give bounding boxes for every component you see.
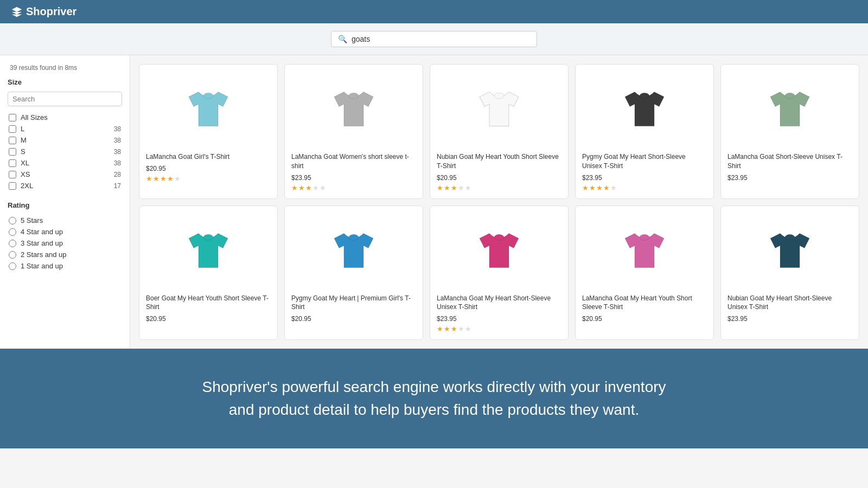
- star: ★: [596, 184, 603, 192]
- star: ★: [610, 184, 617, 192]
- rating-section: Rating 5 Stars 4 Star and up 3 Star and …: [8, 201, 122, 272]
- product-image: [727, 213, 852, 288]
- size-checkbox-xs[interactable]: [9, 171, 16, 178]
- sidebar: 39 results found in 8ms Size All Sizes L…: [0, 55, 130, 349]
- size-checkbox-s[interactable]: [9, 148, 16, 156]
- product-card[interactable]: Nubian Goat My Heart Short-Sleeve Unisex…: [720, 206, 859, 341]
- star: ★: [444, 184, 451, 192]
- star: ★: [146, 175, 153, 183]
- product-price: $23.95: [582, 174, 707, 182]
- product-price: $20.95: [291, 315, 416, 323]
- star: ★: [437, 184, 444, 192]
- product-image: [727, 71, 852, 147]
- rating-radio[interactable]: [9, 262, 16, 270]
- product-name: LaMancha Goat Short-Sleeve Unisex T-Shir…: [727, 152, 852, 171]
- header: Shopriver: [0, 0, 868, 23]
- search-input[interactable]: [352, 35, 530, 43]
- rating-item[interactable]: 5 Stars: [8, 215, 122, 226]
- size-count: 17: [114, 182, 121, 190]
- rating-section-title: Rating: [8, 201, 122, 209]
- svg-point-1: [349, 93, 359, 99]
- star: ★: [160, 175, 167, 183]
- product-card[interactable]: LaMancha Goat Women's short sleeve t-shi…: [284, 64, 423, 199]
- size-checkbox-xl[interactable]: [9, 159, 16, 167]
- product-stars: ★★★★★: [437, 184, 561, 192]
- product-image: [582, 213, 707, 288]
- star: ★: [320, 184, 327, 192]
- size-label: XS: [21, 170, 30, 178]
- product-name: Boer Goat My Heart Youth Short Sleeve T-…: [146, 294, 271, 312]
- size-checkbox-2xl[interactable]: [9, 182, 16, 190]
- product-card[interactable]: Pygmy Goat My Heart Short-Sleeve Unisex …: [575, 64, 714, 199]
- size-item: M 38: [8, 134, 122, 146]
- size-section-title: Size: [8, 78, 122, 86]
- svg-point-5: [203, 234, 213, 240]
- product-image: [291, 213, 416, 288]
- size-item: All Sizes: [8, 112, 122, 123]
- rating-label: 2 Stars and up: [21, 251, 67, 259]
- size-checkbox-l[interactable]: [9, 125, 16, 133]
- star: ★: [465, 184, 472, 192]
- product-image: [146, 213, 271, 288]
- rating-radio[interactable]: [9, 217, 16, 224]
- svg-point-8: [640, 234, 649, 240]
- star: ★: [312, 184, 320, 192]
- product-price: $20.95: [146, 165, 271, 172]
- product-card[interactable]: LaMancha Goat Short-Sleeve Unisex T-Shir…: [720, 64, 859, 199]
- rating-label: 4 Star and up: [21, 228, 63, 236]
- svg-point-7: [494, 234, 504, 240]
- size-checkbox-m[interactable]: [9, 137, 16, 144]
- size-item-left: XL: [9, 159, 29, 167]
- footer-banner: Shopriver's powerful search engine works…: [0, 349, 868, 448]
- product-card[interactable]: LaMancha Goat My Heart Short-Sleeve Unis…: [430, 206, 569, 341]
- product-price: $23.95: [727, 315, 852, 323]
- product-stars: ★★★★★: [437, 325, 561, 333]
- star: ★: [153, 175, 160, 183]
- product-price: $20.95: [582, 315, 707, 323]
- logo-text: Shopriver: [26, 5, 76, 18]
- svg-point-4: [785, 93, 795, 99]
- size-item-left: 2XL: [9, 182, 33, 190]
- star: ★: [444, 325, 451, 333]
- star: ★: [458, 325, 465, 333]
- rating-item[interactable]: 4 Star and up: [8, 226, 122, 237]
- star: ★: [291, 184, 298, 192]
- rating-label: 3 Star and up: [21, 239, 63, 247]
- product-card[interactable]: Pygmy Goat My Heart | Premium Girl's T-S…: [284, 206, 423, 341]
- rating-radio[interactable]: [9, 240, 16, 247]
- product-price: $23.95: [291, 174, 416, 182]
- size-search-input[interactable]: [12, 95, 117, 103]
- product-card[interactable]: LaMancha Goat My Heart Youth Short Sleev…: [575, 206, 714, 341]
- rating-list: 5 Stars 4 Star and up 3 Star and up 2 St…: [8, 215, 122, 272]
- svg-point-0: [203, 93, 213, 99]
- size-label: 2XL: [21, 182, 33, 190]
- size-label: L: [21, 125, 24, 133]
- star: ★: [437, 325, 444, 333]
- product-name: Nubian Goat My Heart Youth Short Sleeve …: [437, 152, 561, 171]
- product-card[interactable]: Nubian Goat My Heart Youth Short Sleeve …: [430, 64, 569, 199]
- product-image: [437, 213, 561, 288]
- size-list: All Sizes L 38 M 38 S 38 XL 38 XS 28: [8, 112, 122, 191]
- size-item: XS 28: [8, 169, 122, 180]
- size-count: 28: [114, 171, 121, 178]
- product-name: LaMancha Goat Women's short sleeve t-shi…: [291, 152, 416, 171]
- star: ★: [298, 184, 305, 192]
- logo: Shopriver: [11, 5, 76, 18]
- rating-item[interactable]: 2 Stars and up: [8, 249, 122, 260]
- size-checkbox-all sizes[interactable]: [9, 114, 16, 121]
- svg-point-3: [640, 93, 649, 99]
- rating-item[interactable]: 3 Star and up: [8, 237, 122, 249]
- size-label: XL: [21, 159, 29, 167]
- rating-label: 1 Star and up: [21, 262, 63, 270]
- products-grid: LaMancha Goat Girl's T-Shirt $20.95 ★★★★…: [139, 64, 859, 340]
- logo-icon: [11, 6, 23, 18]
- product-card[interactable]: LaMancha Goat Girl's T-Shirt $20.95 ★★★★…: [139, 64, 278, 199]
- product-card[interactable]: Boer Goat My Heart Youth Short Sleeve T-…: [139, 206, 278, 341]
- rating-radio[interactable]: [9, 228, 16, 236]
- rating-item[interactable]: 1 Star and up: [8, 260, 122, 272]
- products-area: LaMancha Goat Girl's T-Shirt $20.95 ★★★★…: [130, 55, 868, 349]
- size-count: 38: [114, 137, 121, 144]
- star: ★: [451, 184, 458, 192]
- rating-radio[interactable]: [9, 251, 16, 259]
- product-stars: ★★★★★: [582, 184, 707, 192]
